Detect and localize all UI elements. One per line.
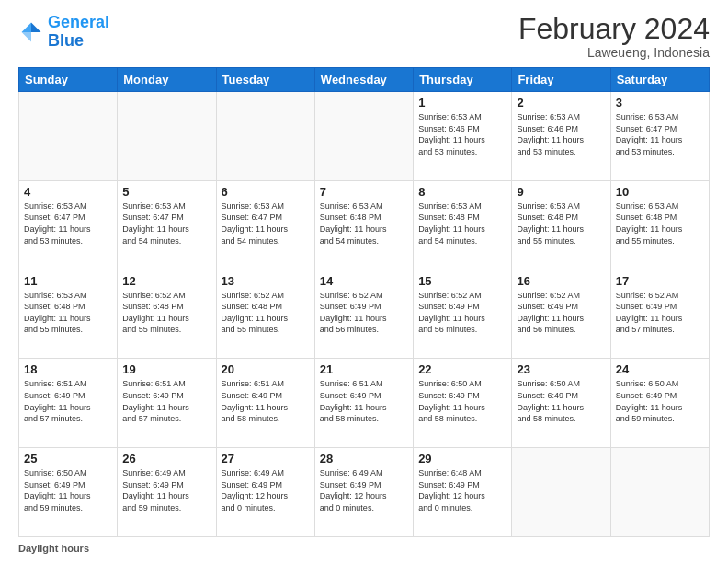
calendar-cell: 1Sunrise: 6:53 AM Sunset: 6:46 PM Daylig… (414, 92, 512, 181)
calendar-cell: 8Sunrise: 6:53 AM Sunset: 6:48 PM Daylig… (414, 180, 512, 270)
day-number: 27 (222, 452, 310, 465)
day-info: Sunrise: 6:51 AM Sunset: 6:49 PM Dayligh… (320, 378, 408, 424)
day-info: Sunrise: 6:50 AM Sunset: 6:49 PM Dayligh… (616, 378, 704, 424)
calendar-cell: 6Sunrise: 6:53 AM Sunset: 6:47 PM Daylig… (216, 180, 314, 270)
legend-label: Daylight hours (18, 543, 89, 554)
day-info: Sunrise: 6:52 AM Sunset: 6:49 PM Dayligh… (320, 290, 408, 336)
day-number: 13 (222, 274, 310, 288)
calendar-cell: 13Sunrise: 6:52 AM Sunset: 6:48 PM Dayli… (216, 270, 314, 359)
calendar-cell: 11Sunrise: 6:53 AM Sunset: 6:48 PM Dayli… (19, 270, 118, 359)
calendar-cell: 7Sunrise: 6:53 AM Sunset: 6:48 PM Daylig… (314, 180, 413, 270)
day-number: 12 (122, 274, 210, 288)
day-info: Sunrise: 6:53 AM Sunset: 6:48 PM Dayligh… (418, 201, 506, 247)
calendar-cell (19, 92, 118, 181)
calendar-week-4: 18Sunrise: 6:51 AM Sunset: 6:49 PM Dayli… (19, 359, 710, 448)
calendar-cell: 3Sunrise: 6:53 AM Sunset: 6:47 PM Daylig… (610, 92, 709, 181)
day-info: Sunrise: 6:53 AM Sunset: 6:46 PM Dayligh… (418, 111, 506, 157)
title-area: February 2024 Laweueng, Indonesia (518, 14, 710, 60)
day-number: 15 (418, 274, 506, 288)
logo: General Blue (18, 14, 109, 51)
day-info: Sunrise: 6:52 AM Sunset: 6:48 PM Dayligh… (122, 290, 210, 336)
calendar-cell: 29Sunrise: 6:48 AM Sunset: 6:49 PM Dayli… (414, 448, 512, 537)
day-number: 7 (320, 185, 408, 199)
calendar-cell: 5Sunrise: 6:53 AM Sunset: 6:47 PM Daylig… (118, 180, 216, 270)
day-number: 10 (616, 185, 704, 199)
main-title: February 2024 (518, 14, 710, 43)
calendar-cell: 4Sunrise: 6:53 AM Sunset: 6:47 PM Daylig… (19, 180, 118, 270)
day-info: Sunrise: 6:53 AM Sunset: 6:48 PM Dayligh… (616, 201, 704, 247)
day-number: 23 (517, 362, 605, 376)
calendar-cell: 14Sunrise: 6:52 AM Sunset: 6:49 PM Dayli… (314, 270, 413, 359)
calendar-cell (118, 92, 216, 181)
day-info: Sunrise: 6:53 AM Sunset: 6:48 PM Dayligh… (517, 201, 605, 247)
calendar-cell: 25Sunrise: 6:50 AM Sunset: 6:49 PM Dayli… (19, 448, 118, 537)
day-number: 6 (222, 185, 310, 199)
calendar-cell: 27Sunrise: 6:49 AM Sunset: 6:49 PM Dayli… (216, 448, 314, 537)
col-tuesday: Tuesday (216, 68, 314, 92)
day-number: 24 (616, 362, 704, 376)
day-info: Sunrise: 6:49 AM Sunset: 6:49 PM Dayligh… (222, 467, 310, 513)
day-number: 25 (24, 452, 112, 465)
calendar-cell: 23Sunrise: 6:50 AM Sunset: 6:49 PM Dayli… (512, 359, 610, 448)
day-number: 8 (418, 185, 506, 199)
day-info: Sunrise: 6:53 AM Sunset: 6:47 PM Dayligh… (122, 201, 210, 247)
day-info: Sunrise: 6:52 AM Sunset: 6:49 PM Dayligh… (616, 290, 704, 336)
day-number: 28 (320, 452, 408, 465)
day-info: Sunrise: 6:53 AM Sunset: 6:48 PM Dayligh… (24, 290, 112, 336)
calendar-cell: 17Sunrise: 6:52 AM Sunset: 6:49 PM Dayli… (610, 270, 709, 359)
calendar-cell: 22Sunrise: 6:50 AM Sunset: 6:49 PM Dayli… (414, 359, 512, 448)
logo-icon (18, 19, 44, 45)
col-saturday: Saturday (610, 68, 709, 92)
calendar-cell: 12Sunrise: 6:52 AM Sunset: 6:48 PM Dayli… (118, 270, 216, 359)
day-info: Sunrise: 6:50 AM Sunset: 6:49 PM Dayligh… (418, 378, 506, 424)
calendar-header-row: Sunday Monday Tuesday Wednesday Thursday… (19, 68, 710, 92)
day-info: Sunrise: 6:52 AM Sunset: 6:49 PM Dayligh… (517, 290, 605, 336)
day-number: 2 (517, 96, 605, 109)
col-thursday: Thursday (414, 68, 512, 92)
subtitle: Laweueng, Indonesia (518, 45, 710, 60)
page: General Blue February 2024 Laweueng, Ind… (0, 0, 728, 563)
calendar-cell: 9Sunrise: 6:53 AM Sunset: 6:48 PM Daylig… (512, 180, 610, 270)
calendar-cell: 2Sunrise: 6:53 AM Sunset: 6:46 PM Daylig… (512, 92, 610, 181)
calendar-cell: 18Sunrise: 6:51 AM Sunset: 6:49 PM Dayli… (19, 359, 118, 448)
col-wednesday: Wednesday (314, 68, 413, 92)
day-number: 22 (418, 362, 506, 376)
day-number: 29 (418, 452, 506, 465)
calendar-week-1: 1Sunrise: 6:53 AM Sunset: 6:46 PM Daylig… (19, 92, 710, 181)
day-info: Sunrise: 6:53 AM Sunset: 6:46 PM Dayligh… (517, 111, 605, 157)
day-info: Sunrise: 6:53 AM Sunset: 6:47 PM Dayligh… (222, 201, 310, 247)
calendar-cell: 26Sunrise: 6:49 AM Sunset: 6:49 PM Dayli… (118, 448, 216, 537)
calendar-cell: 15Sunrise: 6:52 AM Sunset: 6:49 PM Dayli… (414, 270, 512, 359)
day-number: 5 (122, 185, 210, 199)
col-sunday: Sunday (19, 68, 118, 92)
day-info: Sunrise: 6:50 AM Sunset: 6:49 PM Dayligh… (24, 467, 112, 513)
day-info: Sunrise: 6:49 AM Sunset: 6:49 PM Dayligh… (122, 467, 210, 513)
calendar-cell (610, 448, 709, 537)
calendar-cell: 20Sunrise: 6:51 AM Sunset: 6:49 PM Dayli… (216, 359, 314, 448)
col-monday: Monday (118, 68, 216, 92)
calendar-week-3: 11Sunrise: 6:53 AM Sunset: 6:48 PM Dayli… (19, 270, 710, 359)
calendar-cell: 19Sunrise: 6:51 AM Sunset: 6:49 PM Dayli… (118, 359, 216, 448)
calendar-cell: 24Sunrise: 6:50 AM Sunset: 6:49 PM Dayli… (610, 359, 709, 448)
day-info: Sunrise: 6:53 AM Sunset: 6:47 PM Dayligh… (616, 111, 704, 157)
day-info: Sunrise: 6:50 AM Sunset: 6:49 PM Dayligh… (517, 378, 605, 424)
legend: Daylight hours (18, 543, 710, 554)
calendar-cell (512, 448, 610, 537)
day-info: Sunrise: 6:51 AM Sunset: 6:49 PM Dayligh… (122, 378, 210, 424)
day-number: 26 (122, 452, 210, 465)
svg-marker-1 (22, 22, 32, 32)
day-number: 21 (320, 362, 408, 376)
day-number: 17 (616, 274, 704, 288)
calendar-week-5: 25Sunrise: 6:50 AM Sunset: 6:49 PM Dayli… (19, 448, 710, 537)
day-number: 11 (24, 274, 112, 288)
day-number: 3 (616, 96, 704, 109)
day-info: Sunrise: 6:52 AM Sunset: 6:48 PM Dayligh… (222, 290, 310, 336)
calendar-cell: 16Sunrise: 6:52 AM Sunset: 6:49 PM Dayli… (512, 270, 610, 359)
day-info: Sunrise: 6:48 AM Sunset: 6:49 PM Dayligh… (418, 467, 506, 513)
header: General Blue February 2024 Laweueng, Ind… (18, 14, 710, 60)
day-number: 18 (24, 362, 112, 376)
day-info: Sunrise: 6:49 AM Sunset: 6:49 PM Dayligh… (320, 467, 408, 513)
day-number: 4 (24, 185, 112, 199)
day-number: 9 (517, 185, 605, 199)
day-number: 19 (122, 362, 210, 376)
